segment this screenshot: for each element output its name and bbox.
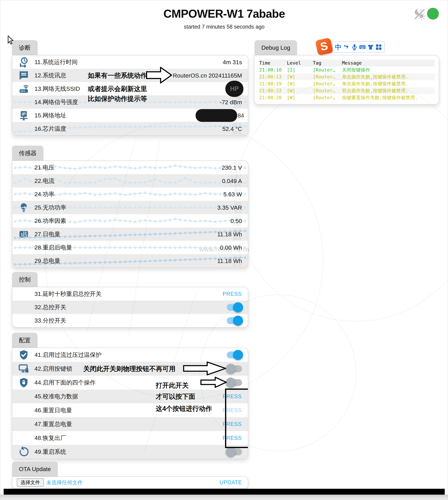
tab-config: 配置 bbox=[12, 333, 38, 348]
press-button-reset-total-energy[interactable]: PRESS bbox=[223, 421, 242, 427]
toggle-enable-four-actions-off[interactable] bbox=[226, 378, 243, 388]
row-wifi-signal: -60-10014.网络信号强度-72 dBm比如保护动作提示等 bbox=[12, 95, 248, 109]
row-total-energy: 11.210.829.总电量11.18 Wh bbox=[12, 254, 248, 268]
row-label: 12.系统讯息 bbox=[34, 72, 66, 79]
row-daily-energy: 11.210.812227.日电量11.18 Wh bbox=[12, 227, 248, 241]
redaction-ink-blob bbox=[196, 109, 237, 122]
row-label: 46.重置日电量 bbox=[34, 406, 72, 414]
row-power: 6.05.524.功率5.63 W bbox=[12, 187, 248, 201]
log-level: [W] bbox=[287, 87, 313, 94]
row-ip-address: IP15.网络地址84 bbox=[12, 109, 248, 122]
row-label: 31.延时十秒重启总控开关 bbox=[34, 290, 101, 298]
log-time: 21:00:13 bbox=[259, 73, 287, 80]
press-button-calibrate-power[interactable]: PRESS bbox=[223, 393, 242, 400]
ime-toolbar: 中 bbox=[332, 41, 385, 53]
row-label: 21.电压 bbox=[34, 164, 54, 172]
timer-icon bbox=[18, 57, 29, 68]
section-ota: OTA Update选择文件未选择任何文件UPDATE bbox=[12, 462, 248, 489]
row-label: 26.功率因素 bbox=[34, 217, 66, 225]
card-ota: 选择文件未选择任何文件UPDATE bbox=[12, 476, 248, 489]
row-label: 13.网络无线SSID bbox=[34, 85, 80, 93]
ime-skin-icon[interactable] bbox=[367, 44, 374, 51]
section-sensors: 传感器230.5229.521.电压230.1 V0.0520.04822.电流… bbox=[12, 146, 248, 268]
log-level: [I] bbox=[287, 66, 313, 73]
log-message: 单击操作失败,按键操作被禁用. bbox=[342, 80, 435, 87]
press-button-reset-daily-energy[interactable]: PRESS bbox=[223, 407, 242, 413]
uptime-subtitle: started 7 minutes 58 seconds ago bbox=[0, 24, 448, 30]
handwritten-annotation: 比如保护动作提示等 bbox=[88, 94, 147, 103]
row-master-switch: 32.总控开关 bbox=[12, 301, 248, 314]
press-button-factory-reset[interactable]: PRESS bbox=[223, 435, 242, 441]
row-voltage: 230.5229.521.电压230.1 V bbox=[12, 161, 248, 174]
ota-update-row: 选择文件未选择任何文件UPDATE bbox=[12, 477, 248, 488]
debug-log-panel: TimeLevelTagMessage21:00:10[I][Router…关闭… bbox=[254, 55, 439, 105]
footer-shadow bbox=[0, 495, 448, 500]
handwritten-annotation: 打开此开关 bbox=[156, 381, 189, 390]
row-reset-total-energy: 47.重置总电量PRESS bbox=[12, 417, 248, 431]
log-header-row: TimeLevelTagMessage bbox=[259, 60, 435, 66]
toggle-restart-system-off[interactable] bbox=[226, 447, 243, 457]
handwritten-annotation: 如果有一些系统动作 bbox=[88, 71, 147, 80]
page-title: CMPOWER-W1 7ababe bbox=[0, 7, 448, 20]
log-tag: [Router… bbox=[313, 87, 342, 94]
tab-debug-log: Debug Log bbox=[255, 40, 297, 55]
row-value: 230.1 V bbox=[222, 164, 242, 171]
update-button[interactable]: UPDATE bbox=[220, 479, 242, 486]
handwritten-annotation: 关闭此开关则物理按钮不再可用 bbox=[83, 364, 176, 373]
tab-ota: OTA Update bbox=[12, 462, 58, 476]
sogou-ime-logo-icon[interactable]: S bbox=[315, 38, 333, 56]
toggle-key-lock-off[interactable] bbox=[226, 364, 243, 374]
bulb-icon bbox=[18, 202, 29, 213]
ime-toolbox-icon[interactable] bbox=[375, 44, 382, 51]
row-label: 16.芯片温度 bbox=[34, 125, 66, 133]
row-label: 45.校准电力数据 bbox=[34, 393, 78, 400]
log-time: 21:00:19 bbox=[259, 80, 287, 87]
toggle-protection-on[interactable] bbox=[226, 350, 243, 360]
row-restart-system: 49.重启系统 bbox=[12, 445, 248, 459]
device-dashboard-page: CMPOWER-W1 7ababe started 7 minutes 58 s… bbox=[0, 0, 448, 500]
press-button-delayed-restart[interactable]: PRESS bbox=[223, 291, 242, 297]
toggle-sub-switch-on[interactable] bbox=[226, 316, 243, 326]
row-value: 3.35 VAR bbox=[217, 204, 242, 211]
ime-punctuation-icon[interactable] bbox=[343, 44, 350, 51]
row-value: 0.50 bbox=[231, 217, 242, 224]
row-uptime: 11.系统运行时间4m 31s bbox=[12, 55, 248, 69]
ime-chinese-mode-icon[interactable]: 中 bbox=[335, 44, 342, 51]
svg-text:1: 1 bbox=[21, 232, 23, 237]
section-config: 配置41.启用过流过压过温保护42.启用按键锁关闭此开关则物理按钮不再可用44.… bbox=[12, 333, 248, 459]
log-tag: [Router… bbox=[313, 66, 342, 73]
row-value: RouterOS.cn 202411165M bbox=[173, 72, 242, 79]
file-select-button[interactable]: 选择文件 bbox=[17, 478, 44, 487]
row-wifi-ssid: 13.网络无线SSIDHP或者提示会刷新这里 bbox=[12, 82, 248, 95]
row-label: 33.分控开关 bbox=[34, 317, 66, 325]
log-column-time: Time bbox=[259, 60, 287, 66]
row-label: 48.恢复出厂 bbox=[34, 434, 66, 442]
log-entry-row: 21:00:19[W][Router…单击操作失败,按键操作被禁用. bbox=[259, 80, 435, 87]
row-enable-four-actions: 44.启用下面的四个操作打开此开关 bbox=[12, 376, 248, 390]
toggle-master-switch-on[interactable] bbox=[226, 302, 243, 312]
row-power-factor: 0.550.4526.功率因素0.50 bbox=[12, 214, 248, 227]
row-reactive-power: 3.63.225.无功功率3.35 VAR bbox=[12, 201, 248, 214]
row-calibrate-power: 45.校准电力数据PRESS才可以按下面 bbox=[12, 390, 248, 403]
ime-microphone-icon[interactable] bbox=[351, 44, 358, 51]
shield-lock-icon bbox=[18, 377, 29, 388]
handwritten-annotation: 或者提示会刷新这里 bbox=[88, 84, 147, 93]
row-label: 15.网络地址 bbox=[34, 111, 66, 120]
row-factory-reset: 48.恢复出厂PRESS bbox=[12, 431, 248, 445]
debug-log-table: TimeLevelTagMessage21:00:10[I][Router…关闭… bbox=[259, 60, 435, 101]
log-message: 关闭按键操作 bbox=[342, 66, 435, 73]
log-entry-row: 21:00:13[W][Router…单击操作失败,按键操作被禁用. bbox=[259, 73, 435, 80]
log-time: 21:00:10 bbox=[259, 66, 287, 73]
log-message: 按键重置操作失败,按键操作被禁用. bbox=[342, 94, 435, 101]
footer-bar bbox=[4, 489, 445, 495]
shield-check-icon bbox=[18, 349, 29, 361]
log-message: 双击操作失败,按键操作被禁用. bbox=[342, 87, 435, 94]
ime-keyboard-icon[interactable] bbox=[359, 44, 366, 51]
log-entry-row: 21:00:28[W][Router…按键重置操作失败,按键操作被禁用. bbox=[259, 94, 435, 101]
svg-text:2: 2 bbox=[25, 234, 27, 238]
row-sub-switch: 33.分控开关 bbox=[12, 314, 248, 327]
row-value: 4m 31s bbox=[223, 59, 242, 65]
day-night-theme-icon[interactable] bbox=[413, 8, 426, 21]
log-column-tag: Tag bbox=[313, 60, 342, 66]
restart-icon bbox=[18, 446, 29, 457]
